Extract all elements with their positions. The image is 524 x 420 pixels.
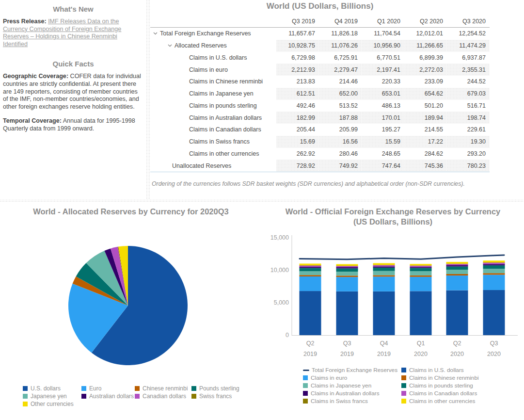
bar-segment-claims-in-japanese-yen <box>483 269 505 273</box>
y-tick-label: 5,000 <box>274 299 289 306</box>
legend-color-swatch <box>401 391 406 396</box>
legend-item: Total Foreign Exchange Reserves <box>303 366 401 374</box>
bar-chart: 05,00010,00015,000Q22019Q32019Q42019Q120… <box>262 233 524 360</box>
legend-item: Chinese renminbi <box>135 385 191 392</box>
table-cell: 11,704.54 <box>362 28 404 40</box>
row-label-text: Total Foreign Exchange Reserves <box>160 30 251 37</box>
legend-item: Claims in Japanese yen <box>303 382 401 389</box>
legend-color-swatch <box>23 386 28 391</box>
y-tick-label: 15,000 <box>270 234 289 241</box>
bar-segment-claims-in-chinese-renminbi <box>446 274 468 275</box>
bar-segment-claims-in-chinese-renminbi <box>373 275 395 276</box>
table-footnote: Ordering of the currencies follows SDR b… <box>152 180 490 187</box>
legend-label: Euro <box>89 385 101 392</box>
row-label-text: Claims in Australian dollars <box>189 114 262 121</box>
table-cell: 233.09 <box>404 76 447 88</box>
row-label-text: Allocated Reserves <box>175 42 227 49</box>
bar-segment-claims-in-other-currencies <box>483 260 505 262</box>
table-cell: 2,279.47 <box>319 64 362 76</box>
table-cell: 679.03 <box>447 88 490 100</box>
table-cell: 12,254.52 <box>447 28 490 40</box>
table-cell: 214.46 <box>319 76 362 88</box>
bar-segment-claims-in-other-currencies <box>446 262 468 264</box>
bar-segment-claims-in-swiss-francs <box>410 266 432 266</box>
legend-color-swatch <box>191 386 196 391</box>
row-label-text: Claims in Canadian dollars <box>189 126 261 133</box>
table-cell: 11,657.67 <box>276 28 319 40</box>
row-label: Claims in pounds sterling <box>150 102 276 109</box>
table-cell: 205.99 <box>319 124 362 136</box>
bar-segment-claims-in-australian-dollars <box>483 264 505 266</box>
legend-color-swatch <box>401 383 406 388</box>
legend-label: Pounds sterling <box>199 385 239 392</box>
legend-label: Claims in other currencies <box>409 398 475 404</box>
table-cell: 248.65 <box>362 148 404 160</box>
table-row: Claims in pounds sterling492.46513.52486… <box>150 100 490 112</box>
table-cell: 16.56 <box>319 136 362 148</box>
table-row: Claims in Canadian dollars205.44205.9919… <box>150 124 490 136</box>
table-row: Claims in Chinese renminbi213.83214.4622… <box>150 76 490 88</box>
legend-label: Claims in pounds sterling <box>409 382 473 389</box>
legend-label: Japanese yen <box>31 393 67 400</box>
legend-item: Claims in Chinese renminbi <box>401 374 479 382</box>
table-title: World (US Dollars, Billions) <box>150 1 490 11</box>
bar-segment-claims-in-swiss-francs <box>483 262 505 263</box>
bar-segment-claims-in-euro <box>410 277 432 291</box>
legend-item: Pounds sterling <box>191 385 239 392</box>
legend-item: Other currencies <box>23 400 81 408</box>
row-label: Claims in Chinese renminbi <box>150 78 276 85</box>
table-row: Claims in Australian dollars182.99187.88… <box>150 112 490 124</box>
legend-item: Claims in euro <box>303 374 401 382</box>
legend-label: Australian dollars <box>89 393 134 400</box>
x-tick-quarter: Q4 <box>380 340 388 347</box>
legend-item: Claims in Swiss francs <box>303 397 401 405</box>
legend-item: Australian dollars <box>81 392 135 400</box>
bar-segment-claims-in-pounds-sterling <box>410 268 432 272</box>
chevron-down-icon[interactable] <box>153 32 158 35</box>
temporal-coverage-paragraph: Temporal Coverage: Annual data for 1995-… <box>3 117 143 132</box>
table-cell: 6,899.39 <box>404 52 447 64</box>
column-header-q3-2020: Q3 2020 <box>447 18 490 25</box>
temporal-coverage-label: Temporal Coverage: <box>3 117 62 124</box>
pie-chart <box>0 221 262 381</box>
bar-segment-claims-in-canadian-dollars <box>410 266 432 267</box>
chevron-down-icon[interactable] <box>168 44 172 47</box>
table-cell: 11,474.29 <box>447 40 490 52</box>
pie-chart-panel: World - Allocated Reserves by Currency f… <box>0 204 262 420</box>
bar-segment-claims-in-u-s-dollars <box>410 291 432 335</box>
bar-segment-claims-in-canadian-dollars <box>483 262 505 264</box>
table-cell: 195.27 <box>362 124 404 136</box>
table-cell: 2,272.03 <box>404 64 447 76</box>
legend-label: Claims in euro <box>311 374 347 381</box>
column-header-q1-2020: Q1 2020 <box>362 18 404 25</box>
row-label: Claims in other currencies <box>150 150 276 157</box>
bar-segment-claims-in-pounds-sterling <box>483 265 505 269</box>
table-cell: 220.33 <box>362 76 404 88</box>
table-cell: 10,928.75 <box>276 40 319 52</box>
pie-chart-title: World - Allocated Reserves by Currency f… <box>0 207 262 217</box>
legend-item: Euro <box>81 385 135 392</box>
table-cell: 10,956.90 <box>362 40 404 52</box>
legend-item: U.S. dollars <box>23 385 81 392</box>
row-label-text: Claims in euro <box>189 66 228 73</box>
bar-segment-claims-in-canadian-dollars <box>373 265 395 267</box>
x-tick-quarter: Q2 <box>453 340 461 347</box>
table-cell: 6,937.87 <box>447 52 490 64</box>
table-cell: 749.92 <box>319 160 362 172</box>
legend-color-swatch <box>191 394 196 399</box>
bar-segment-claims-in-japanese-yen <box>336 272 358 275</box>
bar-segment-claims-in-euro <box>300 276 321 291</box>
row-label: Claims in Swiss francs <box>150 138 276 145</box>
row-label: Allocated Reserves <box>150 42 276 49</box>
table-cell: 280.46 <box>319 148 362 160</box>
press-release-paragraph: Press Release: IMF Releases Data on the … <box>3 18 143 48</box>
legend-item: Claims in U.S. dollars <box>401 366 479 374</box>
table-cell: 486.13 <box>362 100 404 112</box>
table-cell: 229.61 <box>447 124 490 136</box>
x-tick-quarter: Q3 <box>490 340 498 347</box>
legend-item: Claims in Canadian dollars <box>401 389 479 397</box>
legend-label: Swiss francs <box>199 393 232 400</box>
bar-segment-claims-in-other-currencies <box>300 264 321 266</box>
table-cell: 187.88 <box>319 112 362 124</box>
table-cell: 11,266.65 <box>404 40 447 52</box>
